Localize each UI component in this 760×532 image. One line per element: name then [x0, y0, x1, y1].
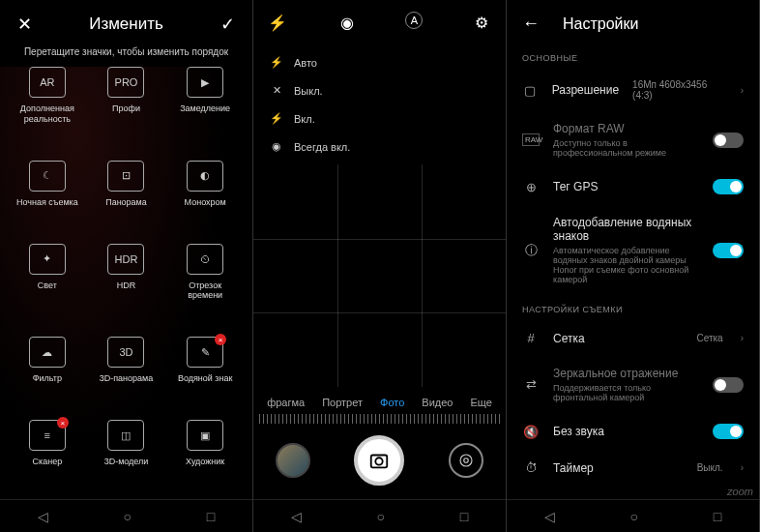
live-photo-icon[interactable]: ◉ — [336, 12, 358, 33]
mode-icon: ≡× — [29, 420, 66, 451]
edit-title: Изменить — [89, 15, 163, 34]
shutter-button[interactable] — [354, 435, 404, 486]
mode-tab[interactable]: фрагма — [267, 397, 305, 408]
flash-option-label: Выкл. — [294, 85, 323, 97]
mode-item[interactable]: 3D3D-панорама — [87, 337, 166, 416]
mode-item[interactable]: HDRHDR — [87, 244, 166, 334]
nav-recent-icon[interactable]: □ — [207, 509, 215, 524]
camera-top-bar: ⚡ ◉ A ⚙ — [253, 0, 506, 44]
nav-home-icon[interactable]: ○ — [124, 509, 132, 524]
chevron-right-icon: › — [741, 462, 744, 473]
mode-label: Водяной знак — [178, 373, 232, 384]
flash-option[interactable]: ✕Выкл. — [269, 76, 490, 104]
grid-line — [422, 164, 423, 387]
mode-icon: ⊡ — [107, 161, 144, 192]
watermark-sub: Автоматическое добавление водяных знаков… — [553, 246, 699, 284]
mode-icon: ◫ — [107, 420, 144, 451]
chevron-right-icon: › — [741, 333, 744, 343]
mode-item[interactable]: ▶Замедление — [165, 67, 245, 157]
edit-modes-screen: ✕ Изменить ✓ Перетащите значки, чтобы из… — [0, 0, 253, 532]
mode-item[interactable]: ☁Фильтр — [8, 337, 87, 416]
mode-item[interactable]: PROПрофи — [87, 67, 166, 157]
mode-item[interactable]: ◐Монохром — [165, 161, 245, 240]
remove-badge[interactable]: × — [215, 334, 226, 345]
raw-icon: RAW — [522, 133, 540, 146]
flash-option-label: Всегда вкл. — [294, 141, 350, 153]
back-icon[interactable]: ← — [522, 14, 540, 34]
nav-home-icon[interactable]: ○ — [377, 509, 385, 524]
mode-item[interactable]: ARДополненная реальность — [8, 67, 87, 157]
mode-item[interactable]: ⊡Панорама — [87, 161, 166, 240]
mode-icon: ✦ — [29, 244, 66, 275]
grid-label: Сетка — [553, 332, 683, 345]
mirror-icon: ⇄ — [522, 377, 540, 392]
row-watermark[interactable]: ⓘ Автодобавление водяных знаков Автомати… — [507, 205, 759, 295]
svg-point-3 — [464, 458, 469, 463]
flash-option[interactable]: ⚡Авто — [269, 48, 490, 76]
nav-home-icon[interactable]: ○ — [630, 509, 638, 524]
nav-recent-icon[interactable]: □ — [460, 509, 468, 524]
mode-item[interactable]: ☾Ночная съемка — [8, 161, 87, 240]
flash-option[interactable]: ⚡Вкл. — [269, 104, 490, 133]
settings-body[interactable]: ОСНОВНЫЕ ▢ Разрешение 16Мп 4608x3456 (4:… — [507, 44, 759, 499]
audio-value: Выкл. — [697, 498, 723, 499]
mode-icon: ▣ — [187, 420, 223, 451]
remove-badge[interactable]: × — [57, 417, 69, 429]
mute-label: Без звука — [553, 425, 699, 438]
mode-icon: ☁ — [29, 337, 66, 368]
mode-icon: ▶ — [187, 67, 223, 98]
gps-toggle[interactable] — [713, 179, 744, 194]
zoom-ruler[interactable] — [259, 414, 500, 424]
row-gps[interactable]: ⊕ Тег GPS — [507, 168, 759, 205]
settings-screen: ← Настройки ОСНОВНЫЕ ▢ Разрешение 16Мп 4… — [507, 0, 760, 532]
row-timer[interactable]: ⏱ Таймер Выкл. › — [507, 450, 759, 486]
shutter-row — [253, 424, 506, 499]
settings-header: ← Настройки — [507, 0, 759, 44]
mode-item[interactable]: ✎×Водяной знак — [165, 337, 245, 416]
viewfinder[interactable] — [253, 164, 506, 387]
mode-icon: PRO — [107, 67, 144, 98]
mode-item[interactable]: ◫3D-модели — [87, 420, 166, 499]
nav-back-icon[interactable]: ◁ — [544, 509, 555, 524]
flash-option[interactable]: ◉Всегда вкл. — [269, 133, 490, 161]
ai-icon[interactable]: A — [405, 12, 423, 29]
timer-value: Выкл. — [697, 462, 723, 473]
resolution-label: Разрешение — [552, 83, 619, 97]
mode-icon: ✎× — [187, 337, 223, 368]
mode-tab[interactable]: Видео — [422, 397, 453, 408]
flash-icon[interactable]: ⚡ — [267, 12, 288, 33]
mute-toggle[interactable] — [713, 424, 744, 439]
close-icon[interactable]: ✕ — [17, 14, 32, 35]
section-main: ОСНОВНЫЕ — [507, 44, 759, 69]
mode-label: Отрезок времени — [188, 281, 222, 302]
raw-toggle — [713, 133, 744, 148]
gallery-thumbnail[interactable] — [276, 443, 310, 478]
mode-tab[interactable]: Портрет — [322, 397, 363, 408]
mode-icon: ☾ — [29, 161, 66, 192]
raw-sub: Доступно только в профессиональном режим… — [553, 138, 699, 158]
nav-back-icon[interactable]: ◁ — [38, 509, 48, 524]
resolution-icon: ▢ — [522, 83, 539, 98]
nav-back-icon[interactable]: ◁ — [291, 509, 302, 524]
gps-icon: ⊕ — [522, 180, 540, 194]
nav-recent-icon[interactable]: □ — [714, 509, 721, 524]
mode-item[interactable]: ✦Свет — [8, 244, 87, 334]
row-resolution[interactable]: ▢ Разрешение 16Мп 4608x3456 (4:3) › — [507, 69, 759, 111]
mode-item[interactable]: ⏲Отрезок времени — [165, 244, 245, 334]
watermark-label: Автодобавление водяных знаков — [553, 216, 699, 243]
row-mute[interactable]: 🔇 Без звука — [507, 413, 759, 450]
mode-item[interactable]: ≡×Сканер — [8, 420, 87, 499]
flash-menu: ⚡Авто✕Выкл.⚡Вкл.◉Всегда вкл. — [253, 44, 506, 164]
mode-label: Художник — [186, 457, 224, 467]
flash-option-icon: ⚡ — [269, 56, 284, 69]
watermark-toggle[interactable] — [713, 243, 744, 258]
audio-icon: ⊪ — [522, 496, 540, 499]
row-grid[interactable]: # Сетка Сетка › — [507, 320, 759, 356]
mode-tab[interactable]: Еще — [470, 397, 491, 408]
mode-item[interactable]: ▣Художник — [165, 420, 245, 499]
switch-camera-button[interactable] — [449, 443, 483, 478]
confirm-icon[interactable]: ✓ — [220, 14, 235, 35]
row-audio[interactable]: ⊪ Аудиоконтроль Выкл. › — [507, 486, 759, 499]
settings-icon[interactable]: ⚙ — [471, 12, 492, 33]
mode-tab[interactable]: Фото — [380, 397, 404, 408]
